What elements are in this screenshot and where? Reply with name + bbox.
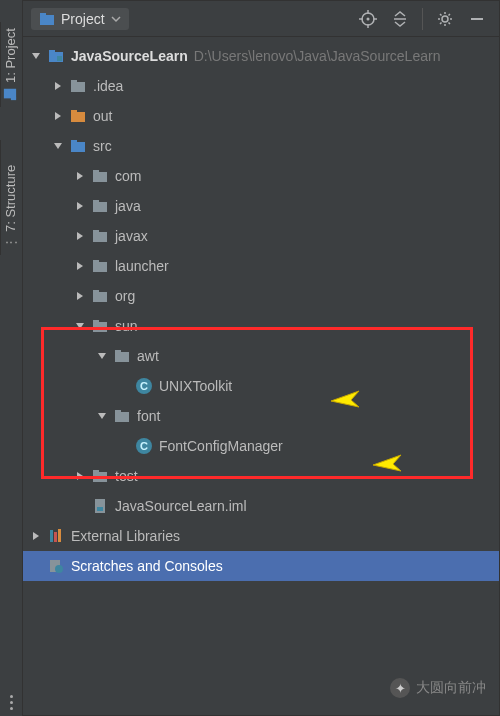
tree-node-root[interactable]: JavaSourceLearn D:\Users\lenovo\Java\Jav…: [23, 41, 499, 71]
locate-button[interactable]: [354, 5, 382, 33]
expand-arrow-icon[interactable]: [29, 529, 43, 543]
expand-arrow-icon[interactable]: [73, 199, 87, 213]
tree-node-label: sun: [115, 318, 138, 334]
svg-rect-14: [49, 50, 55, 53]
expand-arrow-icon[interactable]: [73, 469, 87, 483]
scratches-icon: [47, 557, 65, 575]
more-tabs-button[interactable]: [2, 695, 20, 710]
svg-rect-27: [93, 230, 99, 233]
tree-node-label: launcher: [115, 258, 169, 274]
tree-node-label: JavaSourceLearn: [71, 48, 188, 64]
project-view-dropdown[interactable]: Project: [31, 8, 129, 30]
tree-node-label: FontConfigManager: [159, 438, 283, 454]
tree-node-sun[interactable]: sun: [23, 311, 499, 341]
svg-rect-17: [71, 80, 77, 83]
tree-node-org[interactable]: org: [23, 281, 499, 311]
folder-icon: [91, 467, 109, 485]
expand-arrow-icon[interactable]: [73, 319, 87, 333]
tree-node-label: javax: [115, 228, 148, 244]
svg-rect-21: [71, 140, 77, 143]
svg-point-5: [367, 17, 370, 20]
module-icon: [47, 47, 65, 65]
folder-icon: [69, 77, 87, 95]
class-icon: C: [135, 437, 153, 455]
tree-node-label: org: [115, 288, 135, 304]
toolbar-divider: [422, 8, 423, 30]
tree-node-label: Scratches and Consoles: [71, 558, 223, 574]
hide-button[interactable]: [463, 5, 491, 33]
expand-arrow-icon[interactable]: [51, 79, 65, 93]
tree-node-javax[interactable]: javax: [23, 221, 499, 251]
svg-rect-25: [93, 200, 99, 203]
expand-arrow-icon[interactable]: [51, 139, 65, 153]
tree-node-label: src: [93, 138, 112, 154]
tree-node-fontconfig[interactable]: C FontConfigManager: [23, 431, 499, 461]
project-dropdown-label: Project: [61, 11, 105, 27]
tree-node-label: java: [115, 198, 141, 214]
expand-arrow-icon[interactable]: [51, 109, 65, 123]
tree-node-idea[interactable]: .idea: [23, 71, 499, 101]
tree-node-src[interactable]: src: [23, 131, 499, 161]
expand-arrow-icon[interactable]: [95, 409, 109, 423]
svg-rect-44: [58, 529, 61, 542]
svg-rect-37: [115, 410, 121, 413]
folder-icon: [91, 287, 109, 305]
tree-node-awt[interactable]: awt: [23, 341, 499, 371]
folder-icon: [91, 197, 109, 215]
tree-node-label: com: [115, 168, 141, 184]
tree-node-unixtoolkit[interactable]: C UNIXToolkit: [23, 371, 499, 401]
expand-arrow-icon[interactable]: [73, 259, 87, 273]
watermark-icon: ✦: [390, 678, 410, 698]
svg-rect-0: [4, 89, 16, 99]
sidebar-tab-project[interactable]: 1: Project: [0, 22, 20, 107]
folder-icon: [91, 167, 109, 185]
toolbar: Project: [23, 1, 499, 37]
svg-rect-15: [57, 56, 62, 61]
svg-rect-31: [93, 290, 99, 293]
library-icon: [47, 527, 65, 545]
svg-rect-35: [115, 350, 121, 353]
settings-button[interactable]: [431, 5, 459, 33]
folder-icon: [113, 347, 131, 365]
watermark: ✦ 大圆向前冲: [390, 678, 486, 698]
expand-arrow-icon[interactable]: [73, 169, 87, 183]
tree-node-java[interactable]: java: [23, 191, 499, 221]
tree-node-test[interactable]: test: [23, 461, 499, 491]
svg-rect-23: [93, 170, 99, 173]
tree-node-label: test: [115, 468, 138, 484]
svg-rect-42: [50, 530, 53, 542]
tree-node-font[interactable]: font: [23, 401, 499, 431]
svg-point-46: [55, 565, 63, 573]
tree-node-launcher[interactable]: launcher: [23, 251, 499, 281]
svg-rect-19: [71, 110, 77, 113]
svg-rect-28: [93, 262, 107, 272]
svg-rect-18: [71, 112, 85, 122]
tree-node-com[interactable]: com: [23, 161, 499, 191]
sidebar-tab-project-label: 1: Project: [3, 28, 18, 83]
tree-node-label: awt: [137, 348, 159, 364]
expand-arrow-icon[interactable]: [29, 49, 43, 63]
tree-node-external-libs[interactable]: External Libraries: [23, 521, 499, 551]
folder-src-icon: [69, 137, 87, 155]
tree-node-scratches[interactable]: Scratches and Consoles: [23, 551, 499, 581]
project-tree[interactable]: JavaSourceLearn D:\Users\lenovo\Java\Jav…: [23, 37, 499, 601]
expand-arrow-icon[interactable]: [73, 289, 87, 303]
folder-icon: [91, 227, 109, 245]
collapse-button[interactable]: [386, 5, 414, 33]
svg-rect-29: [93, 260, 99, 263]
sidebar-tab-structure[interactable]: ⋮ 7: Structure: [0, 140, 20, 255]
expand-arrow-icon[interactable]: [73, 229, 87, 243]
svg-rect-24: [93, 202, 107, 212]
svg-rect-32: [93, 322, 107, 332]
tree-node-iml[interactable]: JavaSourceLearn.iml: [23, 491, 499, 521]
svg-rect-41: [97, 507, 103, 511]
svg-rect-2: [40, 15, 54, 25]
watermark-text: 大圆向前冲: [416, 679, 486, 697]
class-icon: C: [135, 377, 153, 395]
svg-rect-39: [93, 470, 99, 473]
tree-node-label: font: [137, 408, 160, 424]
svg-rect-26: [93, 232, 107, 242]
project-panel: Project JavaSourceLearn D:\Users\lenovo\…: [22, 0, 500, 716]
expand-arrow-icon[interactable]: [95, 349, 109, 363]
tree-node-out[interactable]: out: [23, 101, 499, 131]
